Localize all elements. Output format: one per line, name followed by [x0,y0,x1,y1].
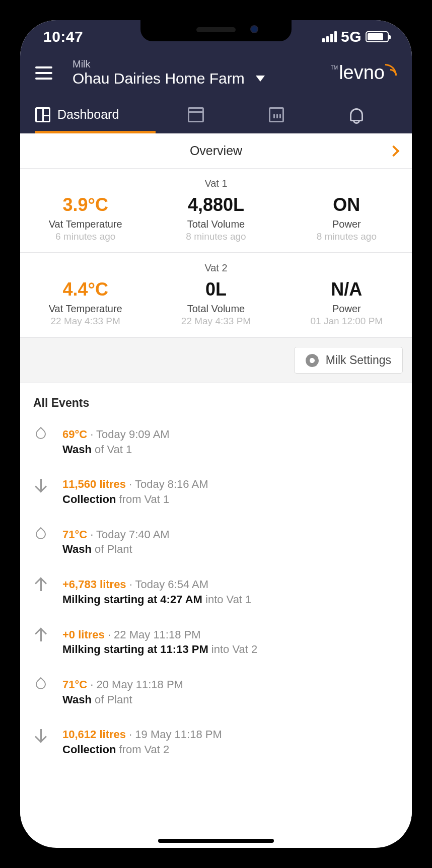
battery-icon [366,31,389,42]
event-highlight: 10,612 litres [62,728,126,741]
metric-power: ONPower8 minutes ago [281,194,412,242]
metric-label: Power [281,303,412,315]
event-body: +0 litres · 22 May 11:18 PMMilking start… [62,627,399,657]
event-row[interactable]: 69°C · Today 9:09 AMWash of Vat 1 [33,427,399,457]
event-highlight: 71°C [62,678,87,691]
event-highlight: +6,783 litres [62,578,126,591]
tab-dashboard-label: Dashboard [57,107,119,122]
metric-ago: 6 minutes ago [20,231,151,242]
event-icon [33,627,48,641]
gear-icon [306,354,319,367]
event-action: Collection [62,743,116,756]
arrow-up-icon [40,579,42,591]
metric-label: Total Volume [151,303,281,315]
bell-icon [350,108,363,121]
event-icon [33,727,48,741]
event-row[interactable]: 11,560 litres · Today 8:16 AMCollection … [33,477,399,507]
vat-name: Vat 2 [20,262,412,274]
event-action: Wash [62,543,92,555]
event-row[interactable]: +6,783 litres · Today 6:54 AMMilking sta… [33,577,399,607]
vat-card-2[interactable]: Vat 24.4°CVat Temperature22 May 4:33 PM0… [20,253,412,338]
toolbar: Milk Ohau Dairies Home Farm TMlevno [20,53,412,96]
farm-selector[interactable]: Milk Ohau Dairies Home Farm [62,58,321,87]
arrow-down-icon [40,479,42,491]
tab-calendar[interactable] [156,96,236,133]
settings-row: Milk Settings [20,338,412,383]
event-icon [33,427,48,439]
tab-dashboard[interactable]: Dashboard [35,96,156,133]
event-rest: from Vat 1 [116,493,169,505]
metric-value: 4.4°C [20,279,151,300]
event-body: 71°C · Today 7:40 AMWash of Plant [62,527,399,557]
dashboard-icon [35,107,50,122]
event-when: · Today 8:16 AM [126,478,208,490]
metric-temp: 4.4°CVat Temperature22 May 4:33 PM [20,279,151,327]
home-indicator[interactable] [158,839,274,843]
droplet-icon [34,677,48,691]
metric-value: 4,880L [151,194,281,215]
chart-icon [269,107,284,122]
screen: 10:47 5G Milk Ohau Dairies Home Farm [20,20,412,848]
metric-value: ON [281,194,412,215]
farm-name: Ohau Dairies Home Farm [73,70,245,87]
overview-bar[interactable]: Overview [20,133,412,169]
event-row[interactable]: 10,612 litres · 19 May 11:18 PMCollectio… [33,727,399,757]
wifi-icon [384,64,397,77]
tab-charts[interactable] [236,96,317,133]
event-when: · 20 May 11:18 PM [87,678,183,691]
vat-card-1[interactable]: Vat 13.9°CVat Temperature6 minutes ago4,… [20,169,412,253]
overview-title: Overview [190,143,242,158]
events-section: All Events 69°C · Today 9:09 AMWash of V… [20,383,412,757]
status-time: 10:47 [43,28,83,45]
metric-label: Vat Temperature [20,303,151,315]
network-label: 5G [341,28,362,45]
event-row[interactable]: +0 litres · 22 May 11:18 PMMilking start… [33,627,399,657]
events-heading: All Events [33,396,399,410]
category-label: Milk [73,58,321,70]
event-body: +6,783 litres · Today 6:54 AMMilking sta… [62,577,399,607]
event-rest: into Vat 1 [202,593,251,606]
arrow-down-icon [40,729,42,741]
event-body: 11,560 litres · Today 8:16 AMCollection … [62,477,399,507]
notch [140,20,292,41]
event-action: Milking starting at 11:13 PM [62,643,208,656]
metric-ago: 8 minutes ago [151,231,281,242]
event-icon [33,677,48,689]
event-rest: into Vat 2 [208,643,257,656]
event-icon [33,577,48,591]
metric-value: 0L [151,279,281,300]
event-rest: of Vat 1 [92,443,132,456]
dropdown-icon [256,76,265,82]
brand-logo: TMlevno [331,62,397,84]
arrow-up-icon [40,629,42,641]
metric-ago: 22 May 4:33 PM [20,316,151,327]
event-icon [33,527,48,539]
metric-temp: 3.9°CVat Temperature6 minutes ago [20,194,151,242]
signal-icon [322,31,337,42]
event-when: · Today 9:09 AM [87,428,169,441]
metric-value: N/A [281,279,412,300]
event-when: · Today 7:40 AM [87,528,169,541]
droplet-icon [34,527,48,541]
milk-settings-button[interactable]: Milk Settings [294,347,403,374]
event-rest: of Plant [92,693,132,706]
metric-label: Vat Temperature [20,219,151,230]
phone-frame: 10:47 5G Milk Ohau Dairies Home Farm [5,5,427,863]
metrics: 3.9°CVat Temperature6 minutes ago4,880LT… [20,194,412,242]
metric-volume: 0LTotal Volume22 May 4:33 PM [151,279,281,327]
metric-ago: 22 May 4:33 PM [151,316,281,327]
event-highlight: 11,560 litres [62,478,126,490]
vat-name: Vat 1 [20,178,412,189]
metric-volume: 4,880LTotal Volume8 minutes ago [151,194,281,242]
event-row[interactable]: 71°C · Today 7:40 AMWash of Plant [33,527,399,557]
calendar-icon [188,107,204,122]
metric-label: Power [281,219,412,230]
tab-alerts[interactable] [316,96,397,133]
menu-icon[interactable] [35,66,52,80]
event-body: 71°C · 20 May 11:18 PMWash of Plant [62,677,399,707]
event-row[interactable]: 71°C · 20 May 11:18 PMWash of Plant [33,677,399,707]
event-when: · 22 May 11:18 PM [105,628,201,641]
metric-value: 3.9°C [20,194,151,215]
event-body: 69°C · Today 9:09 AMWash of Vat 1 [62,427,399,457]
chevron-right-icon [388,145,400,157]
